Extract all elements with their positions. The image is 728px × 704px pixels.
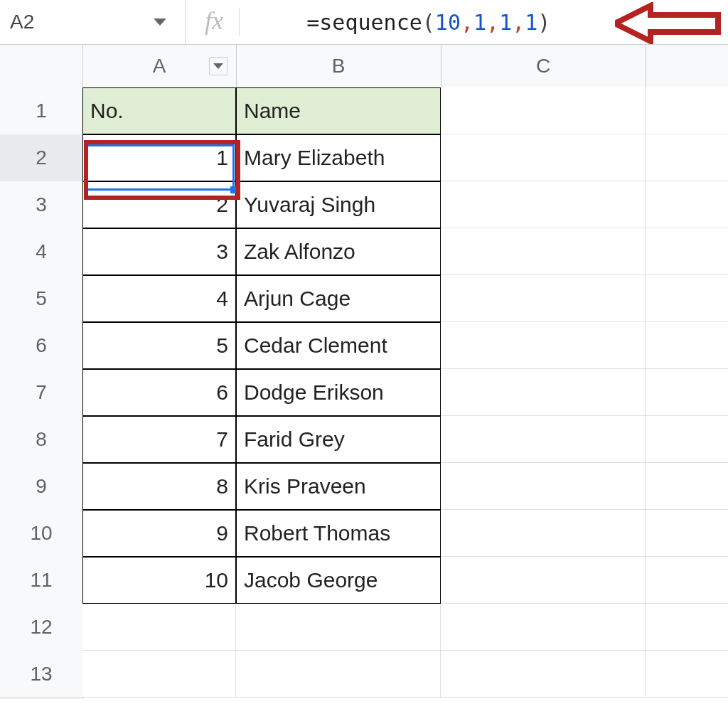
cell-D6[interactable]	[646, 322, 728, 369]
cell-A2[interactable]: 1	[82, 134, 236, 181]
cell-D5[interactable]	[646, 275, 728, 322]
formula-comma3: ,	[512, 10, 525, 35]
cell-B5[interactable]: Arjun Cage	[236, 275, 441, 322]
row-header-4[interactable]: 4	[0, 228, 84, 276]
cell-D1[interactable]	[646, 87, 728, 134]
cell-B10[interactable]: Robert Thomas	[236, 510, 441, 557]
cell-D11[interactable]	[646, 557, 728, 604]
filter-button-A[interactable]	[209, 57, 228, 75]
formula-arg2: 1	[473, 10, 486, 35]
cell-D2[interactable]	[646, 134, 728, 181]
cell-C6[interactable]	[441, 322, 646, 369]
cell-A9[interactable]: 8	[82, 463, 236, 510]
formula-func: sequence	[319, 10, 422, 35]
cell-C5[interactable]	[441, 275, 646, 322]
cell-D3[interactable]	[646, 181, 728, 228]
cell-B8[interactable]: Farid Grey	[236, 416, 441, 463]
name-box-input[interactable]	[0, 10, 154, 34]
formula-arg4: 1	[525, 10, 537, 35]
name-box[interactable]	[0, 0, 186, 44]
cell-C9[interactable]	[441, 463, 646, 510]
cell-A13[interactable]	[82, 651, 236, 698]
cell-A7[interactable]: 6	[82, 369, 236, 416]
column-header-C[interactable]: C	[441, 45, 646, 87]
select-all-corner[interactable]	[0, 45, 83, 87]
formula-arg3: 1	[499, 10, 512, 35]
cell-D7[interactable]	[646, 369, 728, 416]
row-header-5[interactable]: 5	[0, 275, 84, 323]
cell-B7[interactable]: Dodge Erikson	[236, 369, 441, 416]
row-header-12[interactable]: 12	[0, 604, 84, 651]
row-header-11[interactable]: 11	[0, 557, 84, 604]
formula-arg1: 10	[435, 10, 461, 35]
fx-divider	[239, 8, 240, 36]
row-header-10[interactable]: 10	[0, 510, 84, 558]
cell-D13[interactable]	[646, 651, 728, 698]
cell-C12[interactable]	[441, 604, 646, 651]
formula-comma2: ,	[486, 10, 499, 35]
annotation-arrow-icon	[615, 2, 722, 45]
column-header-B[interactable]: B	[236, 45, 441, 87]
row-header-7[interactable]: 7	[0, 369, 84, 417]
chevron-down-icon	[213, 63, 223, 69]
cell-D10[interactable]	[646, 510, 728, 557]
cell-C11[interactable]	[441, 557, 646, 604]
column-header-strip: A B C	[0, 45, 728, 89]
cell-A8[interactable]: 7	[82, 416, 236, 463]
formula-comma1: ,	[461, 10, 473, 35]
name-box-dropdown-icon[interactable]	[154, 18, 166, 26]
formula-open-paren: (	[422, 10, 435, 35]
cell-B4[interactable]: Zak Alfonzo	[236, 228, 441, 275]
row-header-9[interactable]: 9	[0, 463, 84, 511]
svg-marker-0	[615, 6, 718, 41]
row-header-8[interactable]: 8	[0, 416, 84, 464]
cell-A12[interactable]	[82, 604, 236, 651]
cell-A11[interactable]: 10	[82, 557, 236, 604]
cell-B12[interactable]	[236, 604, 441, 651]
cell-B6[interactable]: Cedar Clement	[236, 322, 441, 369]
cell-B2[interactable]: Mary Elizabeth	[236, 134, 441, 181]
column-header-A[interactable]: A	[82, 45, 237, 87]
cell-D9[interactable]	[646, 463, 728, 510]
cell-A1[interactable]: No.	[82, 87, 236, 134]
cell-C13[interactable]	[441, 651, 646, 698]
cell-A10[interactable]: 9	[82, 510, 236, 557]
cell-D12[interactable]	[646, 604, 728, 651]
cell-B9[interactable]: Kris Praveen	[236, 463, 441, 510]
cell-A4[interactable]: 3	[82, 228, 236, 275]
row-header-13[interactable]: 13	[0, 651, 84, 698]
formula-bar[interactable]: fx =sequence(10,1,1,1)	[185, 0, 550, 44]
formula-equals: =	[306, 10, 319, 35]
cell-C4[interactable]	[441, 228, 646, 275]
column-label-A: A	[153, 55, 166, 78]
column-label-C: C	[536, 55, 550, 78]
cell-A3[interactable]: 2	[82, 181, 236, 228]
cell-D8[interactable]	[646, 416, 728, 463]
cell-B11[interactable]: Jacob George	[236, 557, 441, 604]
cell-C8[interactable]	[441, 416, 646, 463]
cell-B13[interactable]	[236, 651, 441, 698]
cell-C1[interactable]	[441, 87, 646, 134]
row-header-1[interactable]: 1	[0, 87, 84, 135]
cell-C3[interactable]	[441, 181, 646, 228]
row-header-2[interactable]: 2	[0, 134, 84, 182]
cell-A6[interactable]: 5	[82, 322, 236, 369]
cell-B3[interactable]: Yuvaraj Singh	[236, 181, 441, 228]
formula-close-paren: )	[537, 10, 550, 35]
cell-C10[interactable]	[441, 510, 646, 557]
cell-B1[interactable]: Name	[236, 87, 441, 134]
row-header-3[interactable]: 3	[0, 181, 84, 229]
fill-handle[interactable]	[230, 186, 237, 193]
cell-D4[interactable]	[646, 228, 728, 275]
cell-C7[interactable]	[441, 369, 646, 416]
row-header-6[interactable]: 6	[0, 322, 84, 370]
fx-icon: fx	[185, 6, 239, 38]
column-header-D[interactable]	[646, 45, 728, 87]
column-label-B: B	[332, 55, 346, 78]
cell-C2[interactable]	[441, 134, 646, 181]
cell-A5[interactable]: 4	[82, 275, 236, 322]
